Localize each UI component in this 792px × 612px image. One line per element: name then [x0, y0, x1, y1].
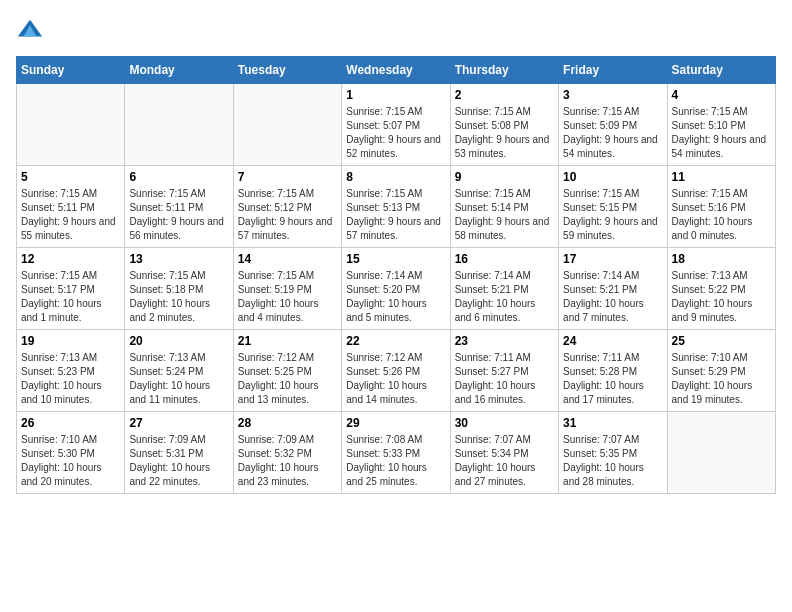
day-number: 8: [346, 170, 445, 184]
calendar-week-row: 26Sunrise: 7:10 AM Sunset: 5:30 PM Dayli…: [17, 412, 776, 494]
calendar-day-cell: 11Sunrise: 7:15 AM Sunset: 5:16 PM Dayli…: [667, 166, 775, 248]
calendar-day-cell: [233, 84, 341, 166]
day-number: 14: [238, 252, 337, 266]
calendar-day-cell: 10Sunrise: 7:15 AM Sunset: 5:15 PM Dayli…: [559, 166, 667, 248]
day-info: Sunrise: 7:15 AM Sunset: 5:11 PM Dayligh…: [129, 187, 228, 243]
calendar-day-cell: 14Sunrise: 7:15 AM Sunset: 5:19 PM Dayli…: [233, 248, 341, 330]
day-number: 27: [129, 416, 228, 430]
day-number: 2: [455, 88, 554, 102]
calendar-day-cell: 31Sunrise: 7:07 AM Sunset: 5:35 PM Dayli…: [559, 412, 667, 494]
calendar-week-row: 12Sunrise: 7:15 AM Sunset: 5:17 PM Dayli…: [17, 248, 776, 330]
day-number: 22: [346, 334, 445, 348]
calendar-day-cell: 4Sunrise: 7:15 AM Sunset: 5:10 PM Daylig…: [667, 84, 775, 166]
calendar-table: SundayMondayTuesdayWednesdayThursdayFrid…: [16, 56, 776, 494]
day-info: Sunrise: 7:14 AM Sunset: 5:20 PM Dayligh…: [346, 269, 445, 325]
day-number: 30: [455, 416, 554, 430]
calendar-day-cell: 28Sunrise: 7:09 AM Sunset: 5:32 PM Dayli…: [233, 412, 341, 494]
day-number: 11: [672, 170, 771, 184]
calendar-day-cell: 2Sunrise: 7:15 AM Sunset: 5:08 PM Daylig…: [450, 84, 558, 166]
logo-icon: [16, 16, 44, 44]
day-number: 9: [455, 170, 554, 184]
day-info: Sunrise: 7:15 AM Sunset: 5:09 PM Dayligh…: [563, 105, 662, 161]
day-number: 19: [21, 334, 120, 348]
day-info: Sunrise: 7:15 AM Sunset: 5:07 PM Dayligh…: [346, 105, 445, 161]
day-number: 7: [238, 170, 337, 184]
day-number: 13: [129, 252, 228, 266]
day-of-week-header: Saturday: [667, 57, 775, 84]
logo: [16, 16, 48, 44]
day-number: 16: [455, 252, 554, 266]
calendar-day-cell: 9Sunrise: 7:15 AM Sunset: 5:14 PM Daylig…: [450, 166, 558, 248]
day-number: 21: [238, 334, 337, 348]
day-number: 17: [563, 252, 662, 266]
day-info: Sunrise: 7:15 AM Sunset: 5:11 PM Dayligh…: [21, 187, 120, 243]
day-info: Sunrise: 7:09 AM Sunset: 5:32 PM Dayligh…: [238, 433, 337, 489]
day-of-week-header: Sunday: [17, 57, 125, 84]
page-header: [16, 16, 776, 44]
day-number: 24: [563, 334, 662, 348]
calendar-day-cell: 29Sunrise: 7:08 AM Sunset: 5:33 PM Dayli…: [342, 412, 450, 494]
day-number: 10: [563, 170, 662, 184]
day-info: Sunrise: 7:07 AM Sunset: 5:35 PM Dayligh…: [563, 433, 662, 489]
day-of-week-header: Friday: [559, 57, 667, 84]
calendar-day-cell: 21Sunrise: 7:12 AM Sunset: 5:25 PM Dayli…: [233, 330, 341, 412]
day-number: 15: [346, 252, 445, 266]
calendar-day-cell: 13Sunrise: 7:15 AM Sunset: 5:18 PM Dayli…: [125, 248, 233, 330]
day-number: 5: [21, 170, 120, 184]
day-info: Sunrise: 7:13 AM Sunset: 5:22 PM Dayligh…: [672, 269, 771, 325]
day-number: 1: [346, 88, 445, 102]
day-info: Sunrise: 7:15 AM Sunset: 5:13 PM Dayligh…: [346, 187, 445, 243]
day-of-week-header: Tuesday: [233, 57, 341, 84]
day-of-week-header: Thursday: [450, 57, 558, 84]
day-info: Sunrise: 7:11 AM Sunset: 5:28 PM Dayligh…: [563, 351, 662, 407]
calendar-day-cell: 17Sunrise: 7:14 AM Sunset: 5:21 PM Dayli…: [559, 248, 667, 330]
day-info: Sunrise: 7:12 AM Sunset: 5:25 PM Dayligh…: [238, 351, 337, 407]
day-number: 23: [455, 334, 554, 348]
day-info: Sunrise: 7:07 AM Sunset: 5:34 PM Dayligh…: [455, 433, 554, 489]
calendar-day-cell: [667, 412, 775, 494]
day-number: 18: [672, 252, 771, 266]
day-number: 29: [346, 416, 445, 430]
calendar-day-cell: [125, 84, 233, 166]
calendar-day-cell: 22Sunrise: 7:12 AM Sunset: 5:26 PM Dayli…: [342, 330, 450, 412]
day-info: Sunrise: 7:15 AM Sunset: 5:15 PM Dayligh…: [563, 187, 662, 243]
day-info: Sunrise: 7:15 AM Sunset: 5:12 PM Dayligh…: [238, 187, 337, 243]
day-info: Sunrise: 7:15 AM Sunset: 5:14 PM Dayligh…: [455, 187, 554, 243]
calendar-day-cell: 25Sunrise: 7:10 AM Sunset: 5:29 PM Dayli…: [667, 330, 775, 412]
day-info: Sunrise: 7:15 AM Sunset: 5:19 PM Dayligh…: [238, 269, 337, 325]
day-info: Sunrise: 7:15 AM Sunset: 5:10 PM Dayligh…: [672, 105, 771, 161]
calendar-day-cell: [17, 84, 125, 166]
day-info: Sunrise: 7:10 AM Sunset: 5:30 PM Dayligh…: [21, 433, 120, 489]
calendar-day-cell: 3Sunrise: 7:15 AM Sunset: 5:09 PM Daylig…: [559, 84, 667, 166]
calendar-week-row: 1Sunrise: 7:15 AM Sunset: 5:07 PM Daylig…: [17, 84, 776, 166]
day-number: 20: [129, 334, 228, 348]
day-info: Sunrise: 7:12 AM Sunset: 5:26 PM Dayligh…: [346, 351, 445, 407]
day-info: Sunrise: 7:13 AM Sunset: 5:23 PM Dayligh…: [21, 351, 120, 407]
calendar-day-cell: 5Sunrise: 7:15 AM Sunset: 5:11 PM Daylig…: [17, 166, 125, 248]
calendar-day-cell: 20Sunrise: 7:13 AM Sunset: 5:24 PM Dayli…: [125, 330, 233, 412]
calendar-day-cell: 18Sunrise: 7:13 AM Sunset: 5:22 PM Dayli…: [667, 248, 775, 330]
calendar-day-cell: 26Sunrise: 7:10 AM Sunset: 5:30 PM Dayli…: [17, 412, 125, 494]
calendar-day-cell: 1Sunrise: 7:15 AM Sunset: 5:07 PM Daylig…: [342, 84, 450, 166]
day-info: Sunrise: 7:08 AM Sunset: 5:33 PM Dayligh…: [346, 433, 445, 489]
day-number: 31: [563, 416, 662, 430]
calendar-day-cell: 27Sunrise: 7:09 AM Sunset: 5:31 PM Dayli…: [125, 412, 233, 494]
day-of-week-header: Monday: [125, 57, 233, 84]
day-number: 3: [563, 88, 662, 102]
calendar-day-cell: 16Sunrise: 7:14 AM Sunset: 5:21 PM Dayli…: [450, 248, 558, 330]
day-number: 26: [21, 416, 120, 430]
day-info: Sunrise: 7:10 AM Sunset: 5:29 PM Dayligh…: [672, 351, 771, 407]
calendar-day-cell: 7Sunrise: 7:15 AM Sunset: 5:12 PM Daylig…: [233, 166, 341, 248]
calendar-day-cell: 8Sunrise: 7:15 AM Sunset: 5:13 PM Daylig…: [342, 166, 450, 248]
day-number: 6: [129, 170, 228, 184]
day-number: 28: [238, 416, 337, 430]
day-info: Sunrise: 7:13 AM Sunset: 5:24 PM Dayligh…: [129, 351, 228, 407]
day-info: Sunrise: 7:14 AM Sunset: 5:21 PM Dayligh…: [563, 269, 662, 325]
day-info: Sunrise: 7:15 AM Sunset: 5:16 PM Dayligh…: [672, 187, 771, 243]
calendar-day-cell: 19Sunrise: 7:13 AM Sunset: 5:23 PM Dayli…: [17, 330, 125, 412]
calendar-header-row: SundayMondayTuesdayWednesdayThursdayFrid…: [17, 57, 776, 84]
day-number: 4: [672, 88, 771, 102]
calendar-week-row: 5Sunrise: 7:15 AM Sunset: 5:11 PM Daylig…: [17, 166, 776, 248]
day-info: Sunrise: 7:15 AM Sunset: 5:08 PM Dayligh…: [455, 105, 554, 161]
day-info: Sunrise: 7:15 AM Sunset: 5:18 PM Dayligh…: [129, 269, 228, 325]
